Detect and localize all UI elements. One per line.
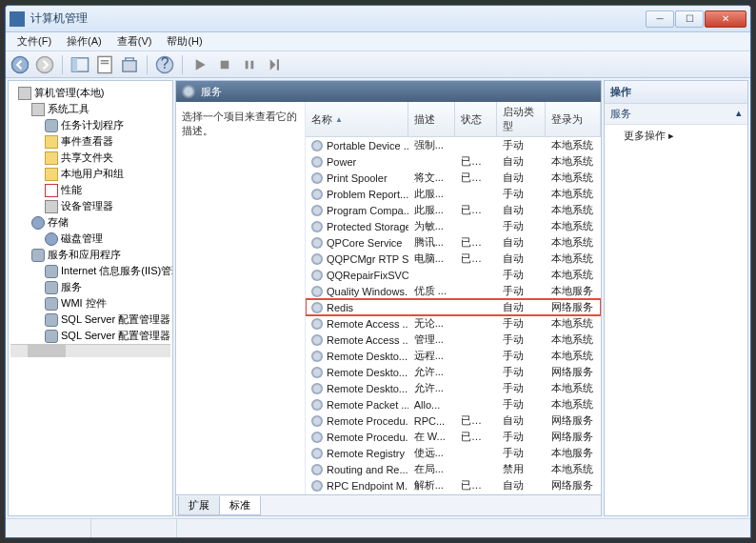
service-name: QQPCMgr RTP S... xyxy=(327,253,408,265)
window-title: 计算机管理 xyxy=(30,10,88,27)
actions-section[interactable]: 服务▴ xyxy=(605,104,747,125)
service-row[interactable]: Portable Device ...强制...手动本地系统 xyxy=(306,137,601,153)
service-name: Program Compa... xyxy=(327,205,408,216)
device-icon xyxy=(45,200,58,213)
service-row[interactable]: QPCore Service腾讯...已启动自动本地系统 xyxy=(306,234,601,251)
service-row[interactable]: Remote Access ...无论...手动本地系统 xyxy=(306,315,601,332)
users-icon xyxy=(45,168,58,181)
service-desc: 在局... xyxy=(408,461,455,477)
tab-extended[interactable]: 扩展 xyxy=(178,496,220,515)
col-logon[interactable]: 登录为 xyxy=(546,102,601,136)
maximize-button[interactable]: ☐ xyxy=(675,10,704,28)
tree-sql2[interactable]: SQL Server 配置管理器 xyxy=(10,328,170,344)
col-name[interactable]: 名称▲ xyxy=(306,102,408,136)
service-status: 已启动 xyxy=(455,153,497,170)
service-icon xyxy=(311,221,323,232)
tree-disk-mgmt[interactable]: 磁盘管理 xyxy=(10,231,170,247)
service-row[interactable]: Protected Storage为敏...手动本地系统 xyxy=(306,218,601,234)
service-start: 自动 xyxy=(497,202,546,218)
service-row[interactable]: Remote Deskto...允许...手动网络服务 xyxy=(306,364,601,380)
service-icon xyxy=(311,189,323,200)
service-row[interactable]: QQRepairFixSVC手动本地系统 xyxy=(306,267,601,283)
service-row[interactable]: Redis自动网络服务 xyxy=(306,299,601,315)
actions-more[interactable]: 更多操作 ▸ xyxy=(605,125,747,147)
nav-tree[interactable]: 算机管理(本地) 系统工具 任务计划程序 事件查看器 共享文件夹 本地用户和组 … xyxy=(8,80,173,516)
tab-standard[interactable]: 标准 xyxy=(219,496,261,515)
col-status[interactable]: 状态 xyxy=(455,102,497,136)
menu-file[interactable]: 文件(F) xyxy=(10,32,59,50)
close-button[interactable]: ✕ xyxy=(705,10,746,28)
export-button[interactable] xyxy=(119,54,140,75)
tree-label: SQL Server 配置管理器 xyxy=(61,312,170,327)
service-row[interactable]: Program Compa...此服...已启动自动本地系统 xyxy=(306,202,601,218)
service-start: 自动 xyxy=(497,170,546,186)
tree-label: 任务计划程序 xyxy=(61,118,124,132)
col-start[interactable]: 启动类型 xyxy=(497,102,546,136)
service-status: 已启动 xyxy=(455,251,497,267)
service-row[interactable]: Remote Registry使远...手动本地服务 xyxy=(306,445,601,461)
tree-device-manager[interactable]: 设备管理器 xyxy=(10,198,170,214)
service-icon xyxy=(311,464,323,475)
service-status: 已启动 xyxy=(455,412,497,429)
service-row[interactable]: Remote Procedu...在 W...已启动手动网络服务 xyxy=(306,429,601,445)
col-desc[interactable]: 描述 xyxy=(408,102,455,136)
tree-root[interactable]: 算机管理(本地) xyxy=(10,85,170,101)
service-icon xyxy=(311,351,323,362)
service-name: Routing and Re... xyxy=(327,464,408,475)
tree-label: 系统工具 xyxy=(48,102,90,116)
play-button[interactable] xyxy=(189,54,210,75)
service-row[interactable]: QQPCMgr RTP S...电脑...已启动自动本地系统 xyxy=(306,251,601,267)
menu-view[interactable]: 查看(V) xyxy=(109,32,160,50)
service-row[interactable]: RPC Endpoint M...解析...已启动自动网络服务 xyxy=(306,477,601,493)
service-name: Remote Access ... xyxy=(327,334,408,346)
minimize-button[interactable]: ─ xyxy=(646,10,674,28)
back-button[interactable] xyxy=(10,54,30,75)
restart-button[interactable] xyxy=(264,54,285,75)
tree-hscroll[interactable] xyxy=(10,344,170,357)
folder-icon xyxy=(45,151,58,165)
tree-wmi[interactable]: WMI 控件 xyxy=(10,295,170,312)
statusbar xyxy=(6,518,750,537)
service-row[interactable]: Power已启动自动本地系统 xyxy=(306,153,601,170)
service-logon: 本地系统 xyxy=(546,251,601,267)
svg-rect-4 xyxy=(98,56,111,72)
tree-event-viewer[interactable]: 事件查看器 xyxy=(10,133,170,150)
service-row[interactable]: Remote Deskto...远程...手动本地系统 xyxy=(306,348,601,364)
service-row[interactable]: Routing and Re...在局...禁用本地系统 xyxy=(306,461,601,477)
tree-local-users[interactable]: 本地用户和组 xyxy=(10,166,170,182)
service-row[interactable]: Remote Procedu...RPC...已启动自动网络服务 xyxy=(306,412,601,429)
menu-action[interactable]: 操作(A) xyxy=(59,32,109,50)
tree-storage[interactable]: 存储 xyxy=(10,214,170,231)
show-hide-tree-button[interactable] xyxy=(70,54,90,75)
services-list[interactable]: 名称▲ 描述 状态 启动类型 登录为 Portable Device ...强制… xyxy=(305,102,601,494)
properties-button[interactable] xyxy=(94,54,115,75)
service-row[interactable]: Quality Windows...优质 ...手动本地服务 xyxy=(306,283,601,299)
service-row[interactable]: Problem Report...此服...手动本地系统 xyxy=(306,186,601,202)
service-row[interactable]: Remote Deskto...允许...手动本地系统 xyxy=(306,380,601,396)
service-logon: 本地系统 xyxy=(546,461,601,477)
tree-shared-folders[interactable]: 共享文件夹 xyxy=(10,150,170,166)
service-logon: 本地系统 xyxy=(546,170,601,186)
service-desc: RPC... xyxy=(408,414,455,428)
stop-button[interactable] xyxy=(214,54,235,75)
service-start: 手动 xyxy=(497,315,546,332)
tree-iis[interactable]: Internet 信息服务(IIS)管理器 xyxy=(10,263,170,279)
tree-task-scheduler[interactable]: 任务计划程序 xyxy=(10,117,170,133)
service-row[interactable]: Remote Packet ...Allo...手动本地系统 xyxy=(306,396,601,412)
list-header: 名称▲ 描述 状态 启动类型 登录为 xyxy=(306,102,601,137)
tree-system-tools[interactable]: 系统工具 xyxy=(10,101,170,117)
service-row[interactable]: Remote Access ...管理...手动本地系统 xyxy=(306,332,601,348)
service-status xyxy=(455,274,497,276)
tree-services-apps[interactable]: 服务和应用程序 xyxy=(10,247,170,263)
titlebar[interactable]: 计算机管理 ─ ☐ ✕ xyxy=(6,6,750,32)
tree-label: 磁盘管理 xyxy=(61,231,103,246)
tree-services[interactable]: 服务 xyxy=(10,279,170,295)
tree-performance[interactable]: 性能 xyxy=(10,182,170,198)
menu-help[interactable]: 帮助(H) xyxy=(159,32,209,50)
help-button[interactable]: ? xyxy=(154,54,175,75)
iis-icon xyxy=(45,265,58,278)
pause-button[interactable] xyxy=(239,54,260,75)
forward-button[interactable] xyxy=(34,54,55,75)
tree-sql1[interactable]: SQL Server 配置管理器 xyxy=(10,312,170,328)
service-row[interactable]: Print Spooler将文...已启动自动本地系统 xyxy=(306,170,601,186)
